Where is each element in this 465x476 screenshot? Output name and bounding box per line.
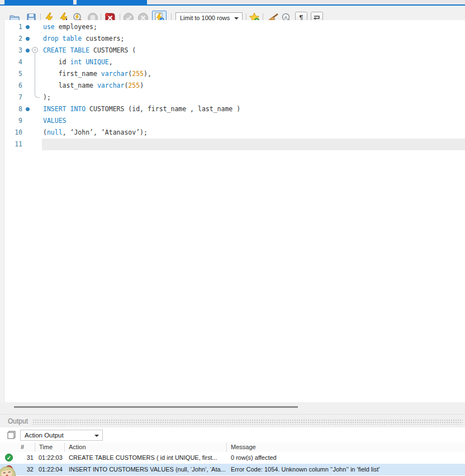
line-number: 7 bbox=[2, 93, 22, 101]
output-grid-header: # Time Action Message bbox=[0, 442, 465, 452]
code-line[interactable]: 7); bbox=[0, 92, 465, 103]
code-lines: 1use employees;2drop table customers;3−C… bbox=[0, 21, 465, 150]
horizontal-scrollbar-thumb[interactable] bbox=[14, 406, 298, 408]
code-text: last_name varchar(255) bbox=[43, 82, 144, 89]
line-number: 11 bbox=[2, 140, 22, 148]
horizontal-scrollbar[interactable] bbox=[0, 402, 465, 414]
statement-marker-icon bbox=[26, 37, 30, 41]
code-line[interactable]: 10(null, ‘John’, ‘Atanasov’); bbox=[0, 127, 465, 139]
code-text: (null, ‘John’, ‘Atanasov’); bbox=[43, 128, 148, 136]
output-view-dropdown[interactable]: Action Output bbox=[20, 430, 103, 441]
row-action: CREATE TABLE CUSTOMERS ( id int UNIQUE, … bbox=[65, 452, 227, 464]
svg-text:A: A bbox=[284, 15, 288, 20]
code-line[interactable]: 6 last_name varchar(255) bbox=[0, 80, 465, 92]
output-grip-texture bbox=[32, 419, 463, 425]
sql-editor[interactable]: 1use employees;2drop table customers;3−C… bbox=[0, 20, 465, 402]
line-number: 3 bbox=[2, 46, 22, 54]
row-message: Error Code: 1054. Unknown column '‘John’… bbox=[227, 464, 465, 475]
line-number: 9 bbox=[2, 117, 22, 125]
code-text: INSERT INTO CUSTOMERS (id, first_name , … bbox=[43, 105, 240, 113]
sql-editor-toolbar: Limit to 1000 rows A ¶ bbox=[0, 6, 465, 20]
row-index: 32 bbox=[17, 464, 35, 475]
row-time: 01:22:03 bbox=[35, 452, 65, 464]
row-index: 31 bbox=[17, 452, 35, 464]
row-time: 01:22:04 bbox=[35, 464, 65, 475]
chevron-down-icon bbox=[234, 17, 239, 20]
code-line[interactable]: 5 first_name varchar(255), bbox=[0, 68, 465, 80]
output-grid-rows: ✓3101:22:03CREATE TABLE CUSTOMERS ( id i… bbox=[0, 452, 465, 475]
statement-marker-icon bbox=[26, 25, 30, 29]
line-number: 4 bbox=[2, 58, 22, 66]
line-number: 2 bbox=[2, 35, 22, 42]
statement-marker-icon bbox=[26, 107, 30, 111]
code-text: first_name varchar(255), bbox=[43, 70, 151, 78]
line-number: 10 bbox=[2, 128, 22, 136]
action-column-header[interactable]: Action bbox=[65, 442, 227, 452]
fold-toggle-icon[interactable]: − bbox=[32, 47, 38, 53]
current-line-highlight bbox=[42, 139, 465, 150]
output-view-value: Action Output bbox=[25, 432, 64, 439]
statement-marker-icon bbox=[26, 49, 30, 53]
code-line[interactable]: 4 id int UNIQUE, bbox=[0, 56, 465, 68]
line-number: 8 bbox=[2, 105, 22, 113]
code-line[interactable]: 1use employees; bbox=[0, 21, 465, 33]
code-text: ); bbox=[43, 93, 51, 101]
code-line[interactable]: 3−CREATE TABLE CUSTOMERS ( bbox=[0, 45, 465, 56]
stacked-output-icon[interactable] bbox=[6, 430, 17, 440]
code-text: use employees; bbox=[43, 23, 97, 31]
query-tab-2[interactable] bbox=[77, 0, 147, 4]
index-column-header[interactable]: # bbox=[17, 442, 35, 452]
time-column-header[interactable]: Time bbox=[35, 442, 65, 452]
editor-tab-strip bbox=[0, 0, 465, 6]
code-text: VALUES bbox=[43, 117, 67, 125]
output-row[interactable]: ×3201:22:04INSERT INTO CUSTOMERS VALUES … bbox=[0, 464, 465, 475]
code-text: id int UNIQUE, bbox=[43, 58, 113, 66]
code-line[interactable]: 8INSERT INTO CUSTOMERS (id, first_name ,… bbox=[0, 103, 465, 115]
line-number: 1 bbox=[2, 23, 22, 31]
line-number: 5 bbox=[2, 70, 22, 78]
code-line[interactable]: 9VALUES bbox=[0, 115, 465, 127]
code-line[interactable]: 2drop table customers; bbox=[0, 33, 465, 45]
status-column-header[interactable] bbox=[0, 442, 17, 452]
row-message: 0 row(s) affected bbox=[227, 452, 465, 464]
line-number: 6 bbox=[2, 82, 22, 89]
query-tab-1[interactable] bbox=[4, 0, 73, 4]
output-panel-header[interactable]: Output bbox=[0, 414, 465, 427]
output-toolbar: Action Output bbox=[0, 427, 465, 442]
message-column-header[interactable]: Message bbox=[227, 442, 465, 452]
fold-guide bbox=[35, 54, 40, 98]
output-panel-title: Output bbox=[8, 417, 28, 425]
output-row[interactable]: ✓3101:22:03CREATE TABLE CUSTOMERS ( id i… bbox=[0, 452, 465, 464]
row-action: INSERT INTO CUSTOMERS VALUES (null, ‘Joh… bbox=[65, 464, 227, 475]
code-text: drop table customers; bbox=[43, 35, 124, 42]
code-line[interactable]: 11 bbox=[0, 139, 465, 150]
avatar bbox=[0, 457, 18, 476]
chevron-down-icon bbox=[94, 435, 99, 437]
code-text: CREATE TABLE CUSTOMERS ( bbox=[43, 46, 136, 54]
